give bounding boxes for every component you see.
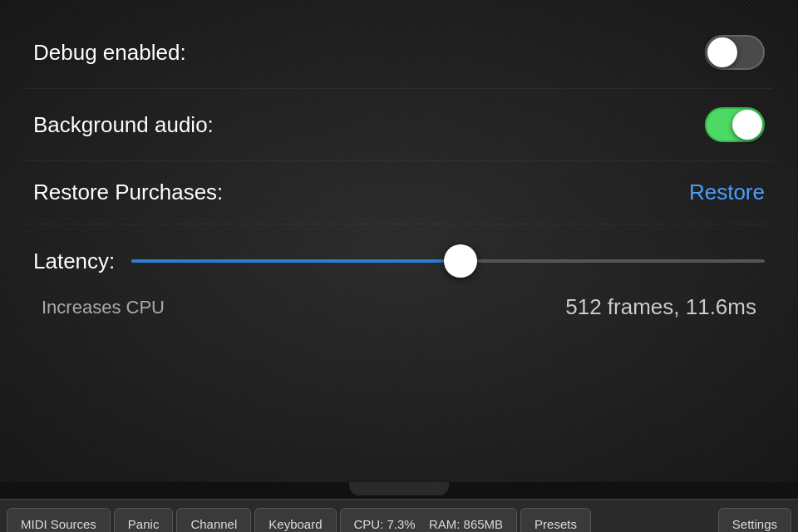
bottom-notch: [0, 482, 798, 499]
latency-value: 512 frames, 11.6ms: [565, 294, 756, 320]
panic-button[interactable]: Panic: [114, 508, 174, 533]
restore-purchases-label: Restore Purchases:: [33, 180, 223, 205]
restore-button[interactable]: Restore: [689, 180, 765, 205]
background-audio-label: Background audio:: [33, 112, 214, 138]
keyboard-button[interactable]: Keyboard: [254, 508, 336, 533]
background-audio-toggle[interactable]: [705, 107, 765, 142]
settings-panel: Debug enabled: Background audio: Restore…: [0, 0, 798, 482]
latency-slider-track: [131, 259, 765, 263]
debug-toggle-knob: [707, 37, 737, 67]
latency-label: Latency:: [33, 249, 115, 274]
ram-label: RAM: 865MB: [429, 517, 503, 531]
channel-button[interactable]: Channel: [176, 508, 251, 533]
midi-sources-button[interactable]: MIDI Sources: [7, 508, 111, 533]
latency-slider-knob[interactable]: [444, 244, 477, 278]
debug-label: Debug enabled:: [33, 40, 186, 66]
background-audio-row: Background audio:: [25, 89, 773, 161]
latency-info: Increases CPU 512 frames, 11.6ms: [33, 288, 765, 320]
settings-button[interactable]: Settings: [718, 508, 791, 533]
cpu-ram-status: CPU: 7.3% RAM: 865MB: [340, 508, 518, 533]
latency-hint: Increases CPU: [42, 297, 165, 318]
latency-header: Latency:: [33, 243, 765, 279]
debug-row: Debug enabled:: [25, 17, 773, 89]
background-audio-toggle-knob: [732, 110, 762, 140]
latency-slider-fill: [131, 259, 461, 263]
toolbar: MIDI Sources Panic Channel Keyboard CPU:…: [0, 499, 798, 532]
cpu-label: CPU: 7.3%: [354, 517, 416, 531]
restore-purchases-row: Restore Purchases: Restore: [25, 161, 773, 224]
status-separator: [421, 517, 424, 531]
debug-toggle[interactable]: [705, 35, 765, 70]
latency-slider-container: [131, 243, 765, 279]
presets-button[interactable]: Presets: [520, 508, 591, 533]
latency-section: Latency: Increases CPU 512 frames, 11.6m…: [25, 224, 773, 320]
